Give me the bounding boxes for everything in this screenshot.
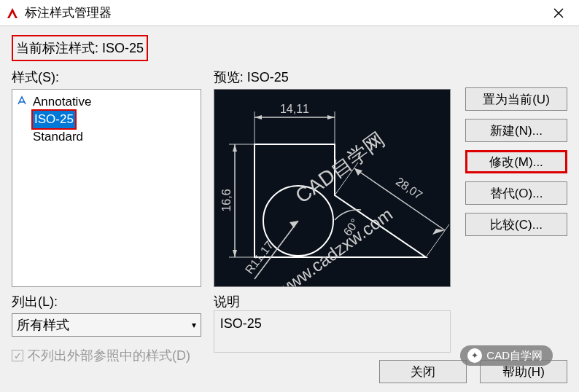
description-label: 说明 bbox=[214, 293, 456, 310]
description-box: ISO-25 bbox=[214, 310, 451, 353]
dim-top: 14,11 bbox=[280, 103, 309, 115]
window-title: 标注样式管理器 bbox=[25, 4, 544, 21]
close-dialog-button[interactable]: 关闭 bbox=[379, 360, 467, 383]
page-watermark: ✦ CAD自学网 bbox=[460, 345, 553, 366]
checkbox[interactable]: ✓ bbox=[12, 350, 23, 361]
styles-listbox[interactable]: Annotative ISO-25 Standard bbox=[12, 89, 201, 287]
list-out-dropdown[interactable]: 所有样式 ▾ bbox=[12, 313, 201, 337]
checkbox-label: 不列出外部参照中的样式(D) bbox=[28, 347, 190, 364]
preview-watermark: CAD自学网 bbox=[291, 128, 389, 208]
preview-watermark-url: www.cadzxw.com bbox=[273, 204, 396, 287]
preview-box: 14,11 16,6 R11,17 60° bbox=[214, 89, 451, 287]
list-item[interactable]: Standard bbox=[17, 128, 196, 146]
list-item-label: ISO-25 bbox=[31, 109, 77, 130]
watermark-text: CAD自学网 bbox=[486, 349, 543, 363]
new-button[interactable]: 新建(N)... bbox=[465, 119, 567, 142]
list-item-label: Standard bbox=[31, 128, 85, 146]
close-icon bbox=[553, 8, 564, 18]
external-ref-checkbox-row: ✓ 不列出外部参照中的样式(D) bbox=[12, 347, 214, 364]
dim-diag: 28,07 bbox=[393, 175, 424, 202]
list-item[interactable]: ISO-25 bbox=[17, 111, 196, 128]
titlebar: 标注样式管理器 bbox=[0, 0, 579, 26]
current-style-label: 当前标注样式: ISO-25 bbox=[12, 35, 148, 61]
modify-button[interactable]: 修改(M)... bbox=[465, 150, 567, 173]
set-current-button[interactable]: 置为当前(U) bbox=[465, 87, 567, 111]
wechat-icon: ✦ bbox=[467, 348, 482, 363]
list-out-label: 列出(L): bbox=[12, 293, 214, 310]
list-item-label: Annotative bbox=[31, 93, 93, 111]
description-value: ISO-25 bbox=[220, 316, 262, 331]
override-button[interactable]: 替代(O)... bbox=[465, 181, 567, 205]
list-item[interactable]: Annotative bbox=[17, 93, 196, 111]
annotative-icon bbox=[17, 93, 28, 111]
dropdown-value: 所有样式 bbox=[17, 316, 69, 334]
styles-label: 样式(S): bbox=[12, 68, 214, 86]
app-icon bbox=[6, 7, 19, 20]
dialog-content: 当前标注样式: ISO-25 样式(S): Annotative ISO-25 … bbox=[0, 26, 579, 373]
preview-label: 预览: ISO-25 bbox=[214, 68, 456, 86]
compare-button[interactable]: 比较(C)... bbox=[465, 213, 567, 236]
close-button[interactable] bbox=[544, 0, 573, 26]
dim-left: 16,6 bbox=[220, 189, 233, 211]
chevron-down-icon: ▾ bbox=[192, 320, 196, 330]
